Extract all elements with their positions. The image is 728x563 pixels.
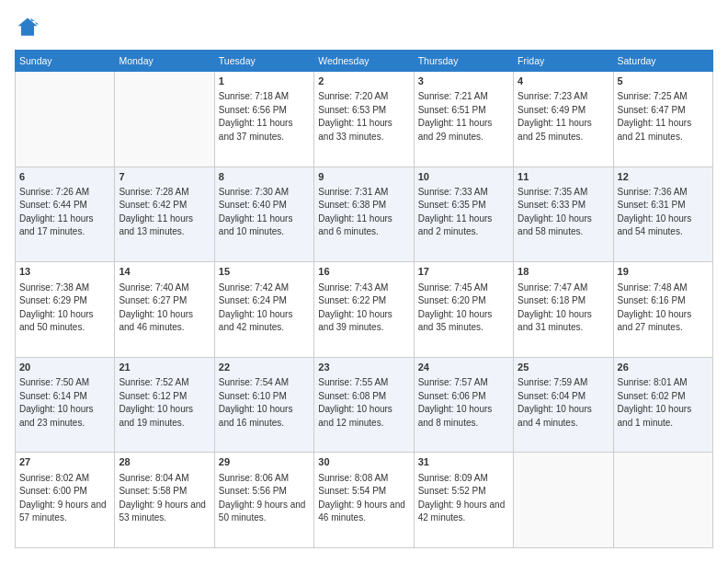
calendar-header-row: Sunday Monday Tuesday Wednesday Thursday… <box>16 51 713 72</box>
table-row: 3Sunrise: 7:21 AM Sunset: 6:51 PM Daylig… <box>414 72 513 167</box>
col-friday: Friday <box>514 51 613 72</box>
calendar-table: Sunday Monday Tuesday Wednesday Thursday… <box>15 50 713 548</box>
table-row: 6Sunrise: 7:26 AM Sunset: 6:44 PM Daylig… <box>16 167 115 262</box>
day-number: 22 <box>219 361 310 374</box>
day-number: 16 <box>318 265 409 279</box>
calendar-week-row: 20Sunrise: 7:50 AM Sunset: 6:14 PM Dayli… <box>16 357 713 453</box>
table-row: 27Sunrise: 8:02 AM Sunset: 6:00 PM Dayli… <box>16 453 115 548</box>
day-info: Sunrise: 8:06 AM Sunset: 5:56 PM Dayligh… <box>219 472 310 525</box>
day-info: Sunrise: 7:26 AM Sunset: 6:44 PM Dayligh… <box>19 186 110 239</box>
table-row: 23Sunrise: 7:55 AM Sunset: 6:08 PM Dayli… <box>314 357 414 453</box>
day-number: 6 <box>19 170 110 184</box>
table-row: 31Sunrise: 8:09 AM Sunset: 5:52 PM Dayli… <box>414 453 513 548</box>
table-row: 5Sunrise: 7:25 AM Sunset: 6:47 PM Daylig… <box>613 72 712 167</box>
table-row: 9Sunrise: 7:31 AM Sunset: 6:38 PM Daylig… <box>314 167 414 262</box>
table-row: 11Sunrise: 7:35 AM Sunset: 6:33 PM Dayli… <box>514 167 613 262</box>
table-row: 13Sunrise: 7:38 AM Sunset: 6:29 PM Dayli… <box>16 262 115 358</box>
day-number: 26 <box>618 361 709 374</box>
day-number: 13 <box>19 265 110 279</box>
day-number: 15 <box>219 265 310 279</box>
day-info: Sunrise: 7:31 AM Sunset: 6:38 PM Dayligh… <box>318 186 409 239</box>
col-monday: Monday <box>115 51 214 72</box>
day-number: 20 <box>19 361 110 374</box>
col-wednesday: Wednesday <box>314 51 414 72</box>
logo <box>15 15 44 40</box>
day-info: Sunrise: 7:55 AM Sunset: 6:08 PM Dayligh… <box>318 376 409 430</box>
day-number: 8 <box>219 170 310 184</box>
header <box>15 15 713 40</box>
day-info: Sunrise: 7:48 AM Sunset: 6:16 PM Dayligh… <box>618 282 709 335</box>
day-number: 2 <box>318 75 409 88</box>
table-row: 29Sunrise: 8:06 AM Sunset: 5:56 PM Dayli… <box>214 453 313 548</box>
day-info: Sunrise: 7:45 AM Sunset: 6:20 PM Dayligh… <box>418 282 509 335</box>
table-row: 8Sunrise: 7:30 AM Sunset: 6:40 PM Daylig… <box>214 167 313 262</box>
day-info: Sunrise: 8:04 AM Sunset: 5:58 PM Dayligh… <box>119 472 210 525</box>
day-number: 10 <box>418 170 509 184</box>
day-info: Sunrise: 7:36 AM Sunset: 6:31 PM Dayligh… <box>618 186 709 239</box>
day-info: Sunrise: 8:09 AM Sunset: 5:52 PM Dayligh… <box>418 472 509 525</box>
table-row <box>16 72 115 167</box>
day-number: 28 <box>119 455 210 469</box>
table-row: 24Sunrise: 7:57 AM Sunset: 6:06 PM Dayli… <box>414 357 513 453</box>
table-row: 15Sunrise: 7:42 AM Sunset: 6:24 PM Dayli… <box>214 262 313 358</box>
day-info: Sunrise: 7:20 AM Sunset: 6:53 PM Dayligh… <box>318 90 409 144</box>
table-row <box>613 453 712 548</box>
day-number: 1 <box>219 75 310 88</box>
table-row: 7Sunrise: 7:28 AM Sunset: 6:42 PM Daylig… <box>115 167 214 262</box>
day-number: 11 <box>518 170 609 184</box>
day-number: 5 <box>618 75 709 88</box>
day-info: Sunrise: 7:25 AM Sunset: 6:47 PM Dayligh… <box>618 90 709 144</box>
day-info: Sunrise: 7:59 AM Sunset: 6:04 PM Dayligh… <box>518 376 609 430</box>
day-number: 18 <box>518 265 609 279</box>
day-number: 3 <box>418 75 509 88</box>
table-row: 20Sunrise: 7:50 AM Sunset: 6:14 PM Dayli… <box>16 357 115 453</box>
day-number: 14 <box>119 265 210 279</box>
day-info: Sunrise: 7:43 AM Sunset: 6:22 PM Dayligh… <box>318 282 409 335</box>
table-row: 2Sunrise: 7:20 AM Sunset: 6:53 PM Daylig… <box>314 72 414 167</box>
table-row: 28Sunrise: 8:04 AM Sunset: 5:58 PM Dayli… <box>115 453 214 548</box>
calendar-week-row: 27Sunrise: 8:02 AM Sunset: 6:00 PM Dayli… <box>16 453 713 548</box>
table-row: 30Sunrise: 8:08 AM Sunset: 5:54 PM Dayli… <box>314 453 414 548</box>
day-number: 12 <box>618 170 709 184</box>
day-info: Sunrise: 8:08 AM Sunset: 5:54 PM Dayligh… <box>318 472 409 525</box>
col-sunday: Sunday <box>16 51 115 72</box>
table-row: 21Sunrise: 7:52 AM Sunset: 6:12 PM Dayli… <box>115 357 214 453</box>
table-row: 26Sunrise: 8:01 AM Sunset: 6:02 PM Dayli… <box>613 357 712 453</box>
day-info: Sunrise: 7:23 AM Sunset: 6:49 PM Dayligh… <box>518 90 609 144</box>
day-number: 31 <box>418 455 509 469</box>
table-row: 12Sunrise: 7:36 AM Sunset: 6:31 PM Dayli… <box>613 167 712 262</box>
table-row <box>115 72 214 167</box>
calendar-week-row: 13Sunrise: 7:38 AM Sunset: 6:29 PM Dayli… <box>16 262 713 358</box>
day-info: Sunrise: 7:18 AM Sunset: 6:56 PM Dayligh… <box>219 90 310 144</box>
day-number: 21 <box>119 361 210 374</box>
table-row <box>514 453 613 548</box>
col-thursday: Thursday <box>414 51 513 72</box>
day-info: Sunrise: 8:02 AM Sunset: 6:00 PM Dayligh… <box>19 472 110 525</box>
day-info: Sunrise: 7:21 AM Sunset: 6:51 PM Dayligh… <box>418 90 509 144</box>
day-info: Sunrise: 7:50 AM Sunset: 6:14 PM Dayligh… <box>19 376 110 430</box>
day-number: 19 <box>618 265 709 279</box>
day-info: Sunrise: 7:52 AM Sunset: 6:12 PM Dayligh… <box>119 376 210 430</box>
day-info: Sunrise: 7:38 AM Sunset: 6:29 PM Dayligh… <box>19 282 110 335</box>
day-number: 23 <box>318 361 409 374</box>
table-row: 19Sunrise: 7:48 AM Sunset: 6:16 PM Dayli… <box>613 262 712 358</box>
page: Sunday Monday Tuesday Wednesday Thursday… <box>0 0 728 563</box>
table-row: 14Sunrise: 7:40 AM Sunset: 6:27 PM Dayli… <box>115 262 214 358</box>
day-number: 4 <box>518 75 609 88</box>
day-number: 7 <box>119 170 210 184</box>
day-info: Sunrise: 8:01 AM Sunset: 6:02 PM Dayligh… <box>618 376 709 430</box>
day-info: Sunrise: 7:35 AM Sunset: 6:33 PM Dayligh… <box>518 186 609 239</box>
logo-icon <box>15 15 40 40</box>
day-number: 25 <box>518 361 609 374</box>
day-number: 9 <box>318 170 409 184</box>
day-number: 29 <box>219 455 310 469</box>
day-info: Sunrise: 7:28 AM Sunset: 6:42 PM Dayligh… <box>119 186 210 239</box>
day-info: Sunrise: 7:57 AM Sunset: 6:06 PM Dayligh… <box>418 376 509 430</box>
day-number: 27 <box>19 455 110 469</box>
day-info: Sunrise: 7:33 AM Sunset: 6:35 PM Dayligh… <box>418 186 509 239</box>
col-tuesday: Tuesday <box>214 51 313 72</box>
day-info: Sunrise: 7:47 AM Sunset: 6:18 PM Dayligh… <box>518 282 609 335</box>
table-row: 10Sunrise: 7:33 AM Sunset: 6:35 PM Dayli… <box>414 167 513 262</box>
day-info: Sunrise: 7:54 AM Sunset: 6:10 PM Dayligh… <box>219 376 310 430</box>
table-row: 4Sunrise: 7:23 AM Sunset: 6:49 PM Daylig… <box>514 72 613 167</box>
